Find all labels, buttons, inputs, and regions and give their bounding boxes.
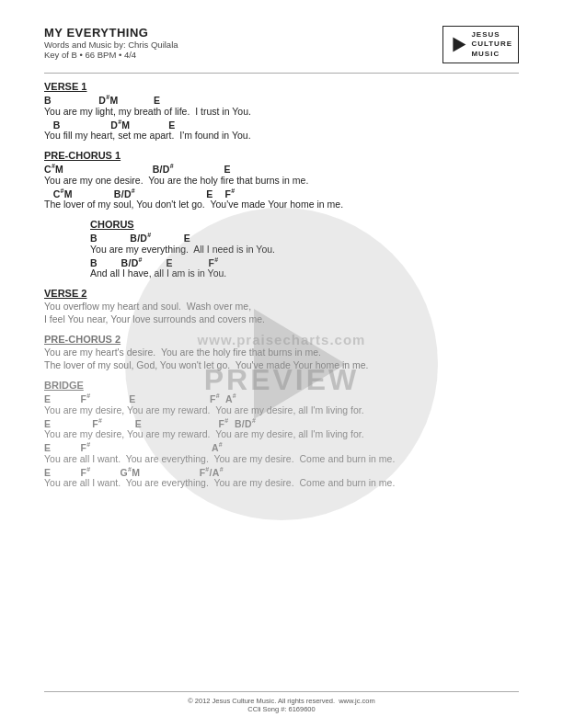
bridge-section: BRIDGE E F# E F# A# You are my desire, Y… (44, 380, 519, 488)
prechorus1-lyric2: The lover of my soul, You don't let go. … (44, 199, 519, 210)
song-title: MY EVERYTHING (44, 26, 178, 40)
prechorus1-chord1: C#M B/D# E (44, 163, 519, 175)
song-key-bpm: Key of B • 66 BPM • 4/4 (44, 50, 178, 60)
verse2-label: VERSE 2 (44, 288, 519, 299)
bridge-chord3: E F# A# (44, 441, 519, 453)
verse1-chord1: B D#M E (44, 94, 519, 106)
chorus-lyric1: You are my everything. All I need is in … (90, 244, 519, 255)
verse1-section: VERSE 1 B D#M E You are my light, my bre… (44, 81, 519, 141)
verse2-lyric2: I feel You near, Your love surrounds and… (44, 313, 519, 324)
chorus-label: CHORUS (90, 219, 519, 230)
prechorus2-section: PRE-CHORUS 2 You are my heart's desire. … (44, 334, 519, 370)
bridge-lyric4: You are all I want. You are everything. … (44, 477, 519, 488)
chorus-chord2: B B/D# E F# (90, 256, 519, 268)
prechorus2-lyric1: You are my heart's desire. You are the h… (44, 347, 519, 358)
bridge-chord4: E F# G#M F#/A# (44, 466, 519, 478)
footer-ccli: CCli Song #: 6169600 (44, 705, 519, 713)
logo-play-icon (449, 36, 467, 54)
logo-text: JESUS CULTURE MUSIC (471, 30, 512, 59)
footer: © 2012 Jesus Culture Music. All rights r… (44, 691, 519, 713)
logo-line1: JESUS (471, 30, 500, 40)
prechorus2-label: PRE-CHORUS 2 (44, 334, 519, 345)
footer-copyright: © 2012 Jesus Culture Music. All rights r… (44, 697, 519, 705)
header-left: MY EVERYTHING Words and Music by: Chris … (44, 26, 178, 60)
chorus-chord1: B B/D# E (90, 232, 519, 244)
verse1-chord2: B D#M E (44, 119, 519, 131)
logo-box: JESUS CULTURE MUSIC (442, 26, 519, 63)
verse1-label: VERSE 1 (44, 81, 519, 92)
bridge-lyric2: You are my desire, You are my reward. Yo… (44, 428, 519, 439)
header-divider (44, 73, 519, 74)
bridge-chord1: E F# E F# A# (44, 392, 519, 404)
chorus-section: CHORUS B B/D# E You are my everything. A… (44, 219, 519, 279)
bridge-lyric1: You are my desire, You are my reward. Yo… (44, 404, 519, 415)
prechorus2-lyric2: The lover of my soul, God, You won't let… (44, 359, 519, 370)
verse2-section: VERSE 2 You overflow my heart and soul. … (44, 288, 519, 324)
prechorus1-section: PRE-CHORUS 1 C#M B/D# E You are my one d… (44, 150, 519, 210)
logo-line2: CULTURE (471, 40, 512, 49)
verse1-lyric2: You fill my heart, set me apart. I'm fou… (44, 130, 519, 141)
song-credits: Words and Music by: Chris Quilala (44, 40, 178, 50)
bridge-lyric3: You are all I want. You are everything. … (44, 453, 519, 464)
bridge-chord2: E F# E F# B/D# (44, 417, 519, 429)
prechorus1-chord2: C#M B/D# E F# (44, 188, 519, 199)
bridge-label: BRIDGE (44, 380, 519, 391)
page: MY EVERYTHING Words and Music by: Chris … (0, 0, 563, 728)
logo-line3: MUSIC (471, 50, 500, 59)
verse2-lyric1: You overflow my heart and soul. Wash ove… (44, 301, 519, 312)
verse1-lyric1: You are my light, my breath of life. I t… (44, 106, 519, 117)
prechorus1-label: PRE-CHORUS 1 (44, 150, 519, 161)
prechorus1-lyric1: You are my one desire. You are the holy … (44, 175, 519, 186)
header: MY EVERYTHING Words and Music by: Chris … (44, 26, 519, 63)
footer-divider (44, 691, 519, 692)
chorus-lyric2: And all I have, all I am is in You. (90, 267, 519, 279)
